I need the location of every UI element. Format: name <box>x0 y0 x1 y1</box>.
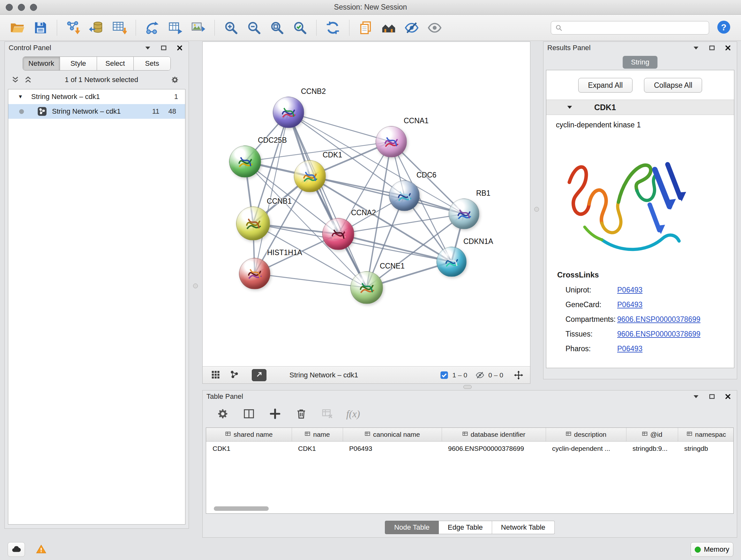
network-node-hist1h1a[interactable] <box>239 258 270 289</box>
table-delete-button[interactable] <box>320 407 335 422</box>
tab-network-table[interactable]: Network Table <box>492 521 555 534</box>
plus-button[interactable] <box>268 407 282 422</box>
open-session-button[interactable] <box>8 18 27 38</box>
help-button[interactable]: ? <box>716 20 731 36</box>
table-cell[interactable]: stringdb:9... <box>626 441 678 456</box>
network-collection-row[interactable]: ▼ String Network – cdk1 1 <box>8 89 185 104</box>
zoom-in-button[interactable] <box>221 18 241 38</box>
network-node-cdk1[interactable] <box>294 160 326 192</box>
table-row[interactable]: CDK1CDK1P064939606.ENSP00000378699cyclin… <box>206 441 734 456</box>
close-panel-icon[interactable] <box>722 392 734 401</box>
bottom-splitter-handle[interactable] <box>463 385 472 389</box>
table-cell[interactable]: cyclin-dependent ... <box>546 441 626 456</box>
network-node-ccna2[interactable] <box>322 218 354 250</box>
table-cell[interactable]: CDK1 <box>292 441 343 456</box>
zoom-fit-button[interactable] <box>267 18 287 38</box>
search-input[interactable] <box>565 23 705 32</box>
function-builder-button[interactable]: f(x) <box>346 408 360 420</box>
hide-selected-button[interactable] <box>402 18 421 38</box>
tab-node-table[interactable]: Node Table <box>385 521 439 534</box>
birds-eye-view-button[interactable] <box>379 18 399 38</box>
crosslink-link[interactable]: P06493 <box>617 345 643 353</box>
reposition-button[interactable] <box>512 369 526 381</box>
columns-button[interactable] <box>242 407 256 422</box>
float-panel-icon[interactable] <box>706 392 718 401</box>
new-network-button[interactable] <box>142 18 162 38</box>
network-node-ccna1[interactable] <box>376 126 407 158</box>
zoom-selected-button[interactable] <box>290 18 310 38</box>
right-splitter-handle[interactable] <box>534 207 539 212</box>
selected-items-checkbox-icon[interactable] <box>440 371 449 380</box>
network-node-cdc6[interactable] <box>389 180 420 211</box>
warnings-button[interactable] <box>32 542 50 557</box>
network-edge-ccnb2-ccne1[interactable] <box>288 112 367 288</box>
close-window-icon[interactable] <box>6 4 13 11</box>
column-header-shared-name[interactable]: shared name <box>206 428 292 441</box>
string-tab-badge[interactable]: String <box>623 56 657 69</box>
zoom-window-icon[interactable] <box>30 4 37 11</box>
network-node-rb1[interactable] <box>449 199 479 229</box>
tab-network[interactable]: Network <box>23 57 60 70</box>
table-cell[interactable]: 9606.ENSP00000378699 <box>442 441 546 456</box>
network-node-cdkn1a[interactable] <box>436 247 467 277</box>
collapse-all-button[interactable]: Collapse All <box>644 78 702 92</box>
crosslink-link[interactable]: 9606.ENSP00000378699 <box>617 330 700 338</box>
expand-tree-icon[interactable] <box>11 76 19 84</box>
tab-sets[interactable]: Sets <box>133 57 171 70</box>
table-cell[interactable]: stringdb <box>678 441 734 456</box>
collapse-panel-icon[interactable] <box>690 43 702 53</box>
network-row-selected[interactable]: String Network – cdk1 11 48 <box>8 104 185 119</box>
gene-section-header[interactable]: CDK1 <box>546 100 734 115</box>
copy-view-button[interactable] <box>356 18 376 38</box>
tab-edge-table[interactable]: Edge Table <box>439 521 492 534</box>
grid-view-button[interactable] <box>208 369 222 381</box>
collapse-tree-icon[interactable] <box>24 76 32 84</box>
crosslink-link[interactable]: 9606.ENSP00000378699 <box>617 315 700 324</box>
crosslink-link[interactable]: P06493 <box>617 300 643 309</box>
import-network-from-file-button[interactable] <box>64 18 83 38</box>
network-node-ccne1[interactable] <box>350 271 383 304</box>
memory-button[interactable]: Memory <box>690 542 733 557</box>
column-header-namespac[interactable]: namespac <box>678 428 734 441</box>
float-panel-icon[interactable] <box>706 43 718 53</box>
column-header-name[interactable]: name <box>292 428 343 441</box>
search-box[interactable] <box>551 21 709 35</box>
column-header-database-identifier[interactable]: database identifier <box>442 428 546 441</box>
zoom-out-button[interactable] <box>244 18 264 38</box>
column-header-description[interactable]: description <box>546 428 626 441</box>
network-node-ccnb2[interactable] <box>273 97 304 128</box>
save-session-button[interactable] <box>30 18 51 38</box>
left-splitter-handle[interactable] <box>193 284 198 288</box>
import-network-from-database-button[interactable] <box>86 18 106 38</box>
close-panel-icon[interactable] <box>722 43 734 53</box>
trash-button[interactable] <box>294 407 309 422</box>
column-header-canonical-name[interactable]: canonical name <box>343 428 442 441</box>
network-canvas[interactable]: CCNB2CCNA1CDC25BCDK1CDC6RB1CCNB1CCNA2CDK… <box>203 42 530 366</box>
gear-button[interactable] <box>215 407 230 422</box>
network-edge-hist1h1a-ccne1[interactable] <box>255 273 367 288</box>
network-node-cdc25b[interactable] <box>229 145 261 178</box>
collapse-panel-icon[interactable] <box>690 392 702 401</box>
hidden-items-eye-icon[interactable] <box>475 371 484 380</box>
cloud-button[interactable] <box>8 542 25 557</box>
tab-style[interactable]: Style <box>60 57 97 70</box>
network-edge-cdk1-rb1[interactable] <box>310 176 464 214</box>
network-options-button[interactable] <box>171 74 182 85</box>
export-image-button[interactable] <box>188 18 208 38</box>
network-edge-ccnb2-ccna1[interactable] <box>288 112 391 142</box>
network-share-button[interactable] <box>227 369 242 381</box>
expand-all-button[interactable]: Expand All <box>578 78 633 92</box>
collapse-panel-icon[interactable] <box>142 43 153 53</box>
import-table-from-file-button[interactable] <box>110 18 129 38</box>
network-node-ccnb1[interactable] <box>236 206 270 240</box>
float-panel-icon[interactable] <box>158 43 170 53</box>
apply-layout-button[interactable] <box>323 18 343 38</box>
detach-view-button[interactable] <box>252 369 266 381</box>
minimize-window-icon[interactable] <box>18 4 25 11</box>
new-table-button[interactable] <box>165 18 185 38</box>
column-header--id[interactable]: @id <box>626 428 678 441</box>
close-panel-icon[interactable] <box>174 43 185 53</box>
horizontal-scrollbar-thumb[interactable] <box>214 506 269 511</box>
table-cell[interactable]: CDK1 <box>206 441 292 456</box>
table-cell[interactable]: P06493 <box>343 441 442 456</box>
